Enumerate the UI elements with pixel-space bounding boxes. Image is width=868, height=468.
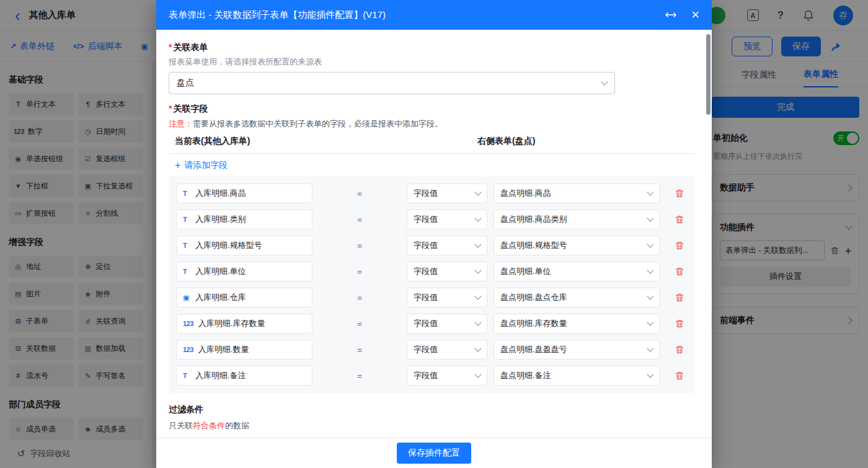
target-field-text: 盘点明细.库存数量: [500, 318, 567, 329]
plus-icon: +: [175, 160, 180, 171]
target-field-select[interactable]: 盘点明细.商品: [494, 183, 660, 203]
field-mapping-list: T 入库明细.商品 = 字段值 盘点明细.商品: [169, 176, 694, 393]
close-icon[interactable]: ×: [691, 8, 699, 22]
target-field-text: 盘点明细.商品: [500, 188, 551, 199]
value-type-text: 字段值: [414, 214, 438, 225]
current-field-input[interactable]: 123 入库明细.库存数量: [176, 314, 312, 333]
current-field-text: 入库明细.备注: [195, 370, 246, 381]
current-field-text: 入库明细.类别: [195, 214, 246, 225]
target-field-select[interactable]: 盘点明细.规格型号: [494, 236, 660, 255]
chevron-down-icon: [474, 293, 481, 299]
delete-row-icon[interactable]: [675, 293, 684, 302]
field-mapping-row: 123 入库明细.库存数量 = 字段值 盘点明细.库存数量: [176, 314, 687, 333]
current-field-input[interactable]: T 入库明细.备注: [176, 366, 312, 386]
delete-row-icon[interactable]: [675, 319, 684, 329]
value-type-select[interactable]: 字段值: [407, 236, 487, 255]
chevron-down-icon: [474, 214, 481, 221]
value-type-text: 字段值: [414, 344, 438, 355]
chevron-down-icon: [474, 267, 481, 273]
value-type-select[interactable]: 字段值: [407, 366, 487, 386]
delete-row-icon[interactable]: [675, 241, 684, 250]
chevron-down-icon: [474, 241, 481, 247]
required-mark: *: [169, 42, 172, 52]
delete-row-icon[interactable]: [675, 214, 684, 224]
target-field-select[interactable]: 盘点明细.备注: [494, 366, 660, 386]
chevron-down-icon: [647, 345, 653, 351]
equals-sign: =: [312, 319, 407, 329]
plugin-config-modal: 表单弹出 - 关联数据到子表单【功能插件配置】(V17) × *关联表单 报表菜…: [156, 0, 712, 468]
chevron-down-icon: [647, 241, 653, 247]
column-right-form: 右侧表单(盘点): [477, 136, 535, 147]
value-type-select[interactable]: 字段值: [407, 288, 487, 307]
target-field-select[interactable]: 盘点明细.盘盈盘亏: [494, 340, 660, 360]
add-field-label: 请添加字段: [184, 160, 228, 171]
value-type-text: 字段值: [414, 318, 438, 329]
related-fields-label-text: 关联字段: [173, 104, 208, 113]
field-mapping-row: 123 入库明细.数量 = 字段值 盘点明细.盘盈盘亏: [176, 340, 687, 360]
note-text: 需要从报表多选数据中关联到子表单的字段，必须是报表中添加字段。: [193, 119, 443, 128]
current-field-input[interactable]: T 入库明细.商品: [176, 183, 312, 203]
current-field-text: 入库明细.仓库: [195, 292, 246, 303]
filter-text-highlight[interactable]: 符合条件: [193, 421, 225, 430]
field-mapping-row: T 入库明细.备注 = 字段值 盘点明细.备注: [176, 366, 687, 386]
required-mark: *: [169, 104, 172, 113]
chevron-down-icon: [647, 319, 653, 325]
filter-text-before: 只关联: [169, 421, 193, 430]
delete-row-icon[interactable]: [675, 267, 684, 276]
target-field-select[interactable]: 盘点明细.盘点仓库: [494, 288, 660, 307]
value-type-select[interactable]: 字段值: [407, 183, 487, 203]
field-mapping-row: ▣ 入库明细.仓库 = 字段值 盘点明细.盘点仓库: [176, 288, 687, 307]
field-mapping-row: T 入库明细.单位 = 字段值 盘点明细.单位: [176, 262, 687, 281]
add-field-link[interactable]: + 请添加字段: [175, 160, 228, 171]
chevron-down-icon: [474, 371, 481, 377]
related-form-label-text: 关联表单: [173, 42, 208, 52]
delete-row-icon[interactable]: [675, 371, 684, 381]
current-field-input[interactable]: 123 入库明细.数量: [176, 340, 312, 360]
target-field-select[interactable]: 盘点明细.库存数量: [494, 314, 660, 333]
delete-row-icon[interactable]: [675, 188, 684, 198]
target-field-select[interactable]: 盘点明细.单位: [494, 262, 660, 281]
filter-condition-text: 只关联符合条件的数据: [169, 420, 694, 431]
field-mapping-row: T 入库明细.商品 = 字段值 盘点明细.商品: [176, 183, 687, 203]
target-field-select[interactable]: 盘点明细.商品类别: [494, 210, 660, 229]
expand-icon[interactable]: [665, 11, 676, 19]
field-type-icon: 123: [183, 320, 193, 327]
field-type-icon: ▣: [183, 294, 190, 302]
related-fields-label: *关联字段: [169, 104, 694, 115]
equals-sign: =: [312, 267, 407, 276]
related-form-select[interactable]: 盘点: [169, 72, 615, 94]
value-type-select[interactable]: 字段值: [407, 210, 487, 229]
equals-sign: =: [312, 215, 407, 224]
target-field-text: 盘点明细.商品类别: [500, 214, 567, 225]
target-field-text: 盘点明细.单位: [500, 266, 551, 277]
field-type-icon: T: [183, 216, 190, 223]
save-plugin-config-button[interactable]: 保存插件配置: [397, 443, 471, 464]
target-field-text: 盘点明细.盘点仓库: [500, 292, 567, 303]
column-current-table: 当前表(其他入库单): [175, 136, 477, 147]
field-type-icon: T: [183, 242, 190, 249]
chevron-down-icon: [647, 188, 653, 195]
delete-row-icon[interactable]: [675, 345, 684, 355]
chevron-down-icon: [647, 267, 653, 273]
target-field-text: 盘点明细.规格型号: [500, 240, 567, 251]
equals-sign: =: [312, 293, 407, 302]
field-mapping-row: T 入库明细.规格型号 = 字段值 盘点明细.规格型号: [176, 236, 687, 255]
field-type-icon: T: [183, 372, 190, 379]
target-field-text: 盘点明细.备注: [500, 370, 551, 381]
value-type-select[interactable]: 字段值: [407, 340, 487, 360]
modal-scrollbar[interactable]: [706, 34, 711, 115]
value-type-text: 字段值: [414, 266, 438, 277]
current-field-input[interactable]: T 入库明细.规格型号: [176, 236, 312, 255]
equals-sign: =: [312, 345, 407, 355]
value-type-text: 字段值: [414, 370, 438, 381]
current-field-input[interactable]: ▣ 入库明细.仓库: [176, 288, 312, 307]
chevron-down-icon: [647, 214, 653, 221]
value-type-select[interactable]: 字段值: [407, 314, 487, 333]
mapping-columns-header: 当前表(其他入库单) 右侧表单(盘点): [169, 136, 694, 154]
current-field-input[interactable]: T 入库明细.单位: [176, 262, 312, 281]
field-type-icon: T: [183, 268, 190, 275]
current-field-input[interactable]: T 入库明细.类别: [176, 210, 312, 229]
chevron-down-icon: [474, 319, 481, 325]
value-type-select[interactable]: 字段值: [407, 262, 487, 281]
filter-condition-title: 过滤条件: [169, 404, 694, 415]
